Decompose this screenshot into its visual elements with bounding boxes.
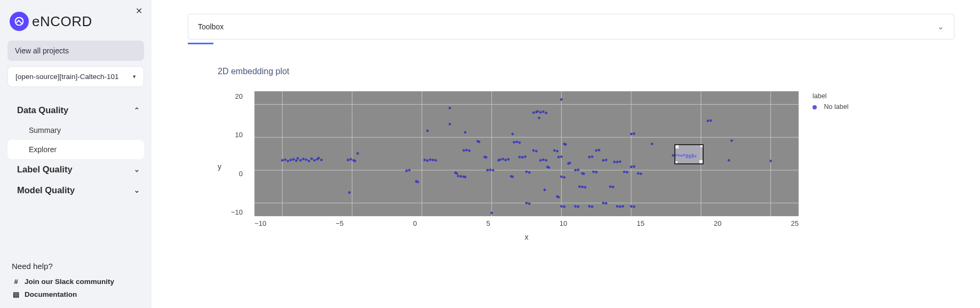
svg-point-142 [616,205,619,208]
close-sidebar-button[interactable]: ✕ [133,5,144,16]
svg-point-50 [457,175,460,177]
svg-point-26 [313,159,316,162]
svg-point-30 [347,159,349,161]
legend-item-label: No label [824,103,849,110]
svg-point-57 [468,149,471,152]
chevron-down-icon: ⌄ [134,165,140,173]
svg-point-101 [557,156,560,159]
svg-point-76 [512,133,514,136]
svg-point-34 [348,191,351,194]
section-data-quality[interactable]: Data Quality ⌃ [7,100,144,121]
svg-point-132 [605,159,608,161]
chevron-down-icon: ⌄ [134,186,140,194]
svg-point-82 [525,202,528,204]
svg-point-74 [515,140,518,143]
svg-point-63 [489,169,492,171]
x-tick: 5 [487,219,490,227]
svg-point-140 [623,170,626,173]
svg-point-121 [574,205,577,208]
toolbox-expander[interactable]: Toolbox ⌄ [188,14,954,40]
svg-point-23 [305,159,307,161]
toolbox-label: Toolbox [198,22,224,31]
project-select[interactable]: [open-source][train]-Caltech-101 ▾ [7,66,144,87]
brand-name: eNCORD [32,13,92,30]
x-tick: 10 [560,219,567,227]
svg-point-105 [564,143,567,146]
svg-point-129 [588,205,591,208]
svg-point-53 [464,176,467,178]
svg-point-138 [616,161,619,163]
svg-point-89 [545,112,547,114]
help-link-docs[interactable]: ▤ Documentation [12,288,144,301]
svg-point-125 [595,149,597,152]
svg-point-37 [408,169,411,171]
svg-point-79 [524,155,527,158]
help-link-label: Documentation [25,290,77,298]
svg-point-81 [528,171,531,174]
svg-point-93 [539,159,542,162]
svg-point-80 [525,170,528,173]
y-tick: 0 [231,170,243,178]
svg-point-78 [521,156,524,159]
svg-point-126 [598,149,601,152]
svg-point-123 [588,156,591,159]
svg-point-119 [581,186,584,188]
legend-marker-icon [812,105,817,109]
view-all-projects-button[interactable]: View all projects [7,41,144,61]
selection-box[interactable] [674,144,704,164]
svg-point-148 [640,172,642,175]
svg-point-118 [578,185,581,188]
svg-point-151 [630,205,633,208]
svg-point-120 [584,186,587,188]
brand-logo[interactable]: eNCORD [10,12,144,31]
svg-point-124 [591,155,594,158]
svg-point-137 [613,161,616,163]
svg-point-62 [486,169,489,171]
svg-point-46 [449,123,451,125]
subitem-explorer[interactable]: Explorer [7,140,144,159]
close-icon: ✕ [136,6,142,16]
svg-point-84 [532,112,535,114]
svg-point-146 [633,165,635,168]
svg-point-21 [299,159,302,162]
svg-point-68 [501,157,504,160]
svg-point-131 [602,159,605,162]
svg-point-41 [426,160,429,162]
chevron-down-icon: ⌄ [937,22,944,31]
svg-point-95 [545,159,547,162]
svg-point-73 [513,141,515,144]
svg-point-20 [297,157,299,160]
svg-point-64 [492,169,495,171]
svg-point-97 [548,166,551,169]
svg-point-49 [456,172,458,175]
svg-point-43 [432,159,434,161]
svg-point-19 [295,160,298,162]
svg-point-135 [602,202,605,204]
svg-point-45 [426,129,429,132]
svg-point-22 [302,157,305,160]
help-link-slack[interactable]: # Join our Slack community [12,275,144,288]
svg-point-59 [478,140,481,143]
svg-point-91 [532,149,535,152]
svg-point-17 [290,159,292,161]
svg-point-109 [563,176,565,179]
svg-point-36 [405,170,408,172]
help-block: Need help? # Join our Slack community ▤ … [7,262,144,301]
y-axis-label: y [218,162,221,171]
svg-point-128 [595,171,597,173]
svg-point-127 [592,170,595,173]
section-model-quality[interactable]: Model Quality ⌄ [7,180,144,201]
caret-down-icon: ▾ [133,73,136,80]
x-tick: 25 [791,219,799,227]
section-label-quality[interactable]: Label Quality ⌄ [7,159,144,180]
active-tab-indicator [188,43,213,44]
svg-point-87 [539,111,542,114]
subitem-summary[interactable]: Summary [7,121,144,140]
scatter-plot-area[interactable] [254,91,799,216]
svg-point-170 [769,160,772,162]
svg-point-15 [284,159,286,161]
svg-point-51 [460,175,463,178]
svg-point-65 [490,211,493,214]
svg-point-122 [577,206,579,208]
x-tick: 0 [413,219,417,227]
